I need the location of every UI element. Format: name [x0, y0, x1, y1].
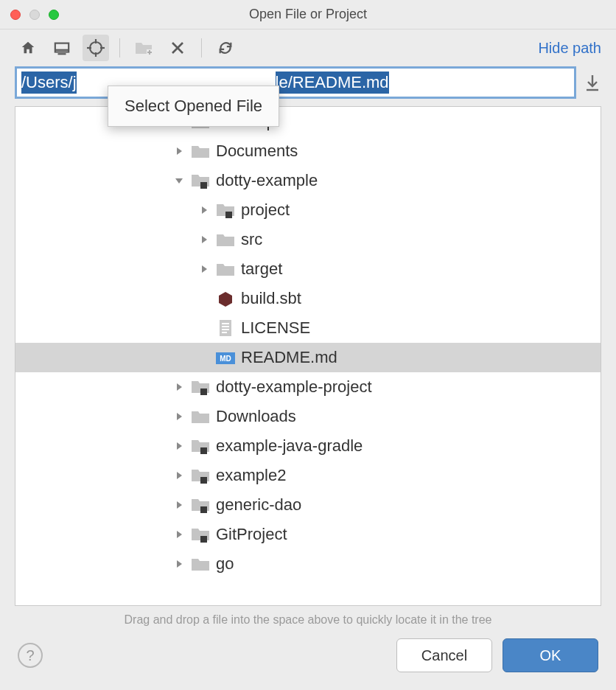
history-dropdown-button[interactable] [584, 72, 601, 93]
md-file-icon: MD [216, 349, 235, 366]
file-tree-panel: DesktopDocumentsdotty-exampleprojectsrct… [15, 106, 601, 606]
disclosure-collapsed-icon[interactable] [170, 555, 188, 573]
open-file-dialog: Open File or Project Hide path /Users/j … [0, 0, 616, 690]
tree-row[interactable]: Desktop [15, 107, 601, 136]
svg-marker-34 [177, 472, 182, 479]
tree-row[interactable]: Documents [15, 136, 601, 166]
refresh-icon [217, 40, 234, 56]
disclosure-collapsed-icon[interactable] [195, 201, 213, 219]
titlebar: Open File or Project [0, 0, 616, 29]
tree-row[interactable]: generic-dao [15, 490, 601, 520]
disclosure-expanded-icon[interactable] [170, 172, 188, 189]
disclosure-collapsed-icon[interactable] [170, 437, 188, 455]
svg-marker-21 [219, 292, 232, 307]
minimize-window-button[interactable] [29, 10, 40, 20]
svg-rect-33 [200, 447, 207, 454]
svg-rect-30 [200, 388, 207, 395]
close-window-button[interactable] [10, 10, 21, 20]
delete-button[interactable] [164, 35, 191, 61]
tree-row[interactable]: src [15, 225, 601, 254]
svg-rect-35 [200, 477, 207, 484]
help-button[interactable]: ? [18, 643, 43, 668]
home-button[interactable] [15, 35, 41, 61]
target-icon [87, 39, 105, 57]
svg-text:MD: MD [220, 355, 231, 363]
folder-icon [216, 231, 235, 248]
svg-rect-39 [200, 536, 207, 543]
tree-item-label: project [241, 202, 290, 218]
svg-marker-36 [177, 501, 182, 509]
path-row: /Users/j le/README.md [0, 66, 616, 106]
folder-icon [191, 556, 210, 572]
toolbar-separator [119, 38, 120, 58]
home-icon [20, 40, 36, 56]
ok-button[interactable]: OK [503, 638, 598, 672]
svg-marker-40 [177, 560, 182, 568]
module-folder-icon [191, 379, 210, 395]
module-folder-icon [191, 467, 210, 484]
svg-marker-14 [177, 147, 182, 155]
toolbar-separator [201, 38, 202, 58]
tree-row[interactable]: dotty-example-project [15, 372, 601, 402]
module-folder-icon [191, 172, 210, 189]
svg-marker-31 [177, 413, 182, 420]
disclosure-collapsed-icon[interactable] [170, 408, 188, 425]
text-file-icon [216, 320, 235, 336]
refresh-button[interactable] [212, 35, 239, 61]
tree-item-label: Downloads [216, 408, 296, 425]
tree-item-label: build.sbt [241, 290, 301, 307]
path-text-prefix: /Users/j [21, 72, 77, 94]
folder-icon [191, 143, 210, 159]
select-opened-file-button[interactable] [83, 35, 109, 61]
toolbar: Hide path [0, 29, 616, 66]
new-folder-button[interactable] [130, 35, 157, 61]
disclosure-collapsed-icon[interactable] [170, 467, 188, 484]
tree-row[interactable]: example-java-gradle [15, 431, 601, 461]
desktop-button[interactable] [49, 35, 75, 61]
tree-row[interactable]: dotty-example [15, 166, 601, 195]
file-tree[interactable]: DesktopDocumentsdotty-exampleprojectsrct… [15, 107, 601, 579]
tree-row[interactable]: GitProject [15, 520, 601, 549]
tree-item-label: src [241, 231, 262, 248]
tree-row[interactable]: Downloads [15, 402, 601, 431]
module-folder-icon [191, 526, 210, 543]
tree-row[interactable]: target [15, 254, 601, 284]
tree-item-label: target [241, 261, 282, 277]
svg-marker-17 [202, 206, 207, 214]
tree-item-label: dotty-example [216, 172, 318, 189]
tree-row[interactable]: example2 [15, 461, 601, 490]
tree-row[interactable]: MDREADME.md [15, 343, 601, 372]
svg-rect-18 [225, 212, 232, 218]
svg-marker-19 [202, 236, 207, 243]
tree-row[interactable]: project [15, 195, 601, 225]
tree-row[interactable]: go [15, 549, 601, 579]
svg-marker-29 [177, 383, 182, 391]
traffic-lights [0, 10, 59, 20]
dialog-footer: ? Cancel OK [0, 638, 616, 690]
window-title: Open File or Project [0, 7, 616, 22]
disclosure-collapsed-icon[interactable] [170, 142, 188, 160]
path-text-suffix: le/README.md [276, 72, 389, 94]
download-arrow-icon [585, 74, 600, 91]
path-input[interactable]: /Users/j le/README.md [15, 66, 576, 99]
svg-point-3 [90, 42, 102, 54]
disclosure-collapsed-icon[interactable] [170, 526, 188, 543]
disclosure-collapsed-icon[interactable] [170, 496, 188, 514]
tree-item-label: dotty-example-project [216, 379, 372, 395]
folder-icon [191, 408, 210, 425]
disclosure-collapsed-icon[interactable] [195, 231, 213, 248]
tree-item-label: go [216, 556, 234, 572]
tree-item-label: Documents [216, 143, 298, 159]
tree-row[interactable]: build.sbt [15, 284, 601, 313]
tree-row[interactable]: LICENSE [15, 313, 601, 343]
hide-path-link[interactable]: Hide path [538, 40, 601, 57]
drop-hint: Drag and drop a file into the space abov… [0, 606, 616, 638]
svg-rect-16 [200, 182, 207, 189]
svg-marker-38 [177, 531, 182, 538]
delete-icon [171, 41, 184, 55]
disclosure-collapsed-icon[interactable] [170, 378, 188, 396]
disclosure-collapsed-icon[interactable] [195, 260, 213, 278]
module-folder-icon [191, 438, 210, 454]
cancel-button[interactable]: Cancel [396, 638, 492, 672]
zoom-window-button[interactable] [49, 10, 59, 20]
